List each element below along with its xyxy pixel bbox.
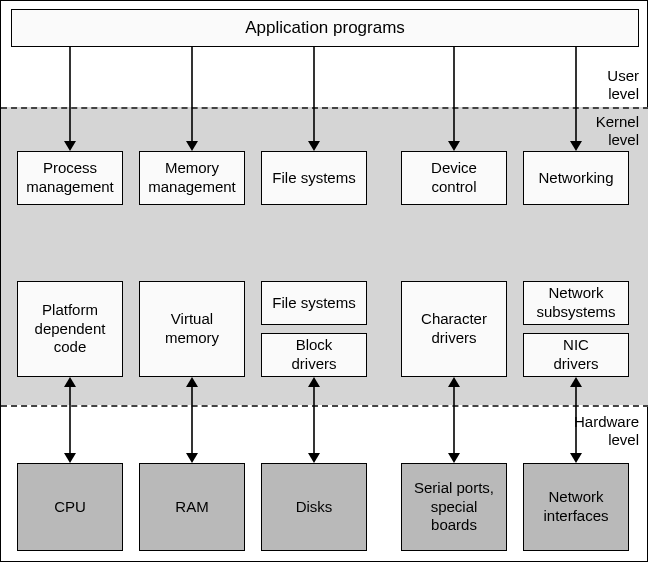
arrow-vmem-ram xyxy=(185,377,199,463)
box-serial-ports: Serial ports,specialboards xyxy=(401,463,507,551)
label-user-level: Userlevel xyxy=(607,67,639,103)
svg-marker-9 xyxy=(570,141,582,151)
arrow-char-serial xyxy=(447,377,461,463)
svg-marker-18 xyxy=(308,453,320,463)
box-process-management: Processmanagement xyxy=(17,151,123,205)
arrow-platform-cpu xyxy=(63,377,77,463)
arrow-app-to-process xyxy=(63,47,77,151)
box-network-interfaces: Networkinterfaces xyxy=(523,463,629,551)
arrow-app-to-fs xyxy=(307,47,321,151)
box-device-control: Devicecontrol xyxy=(401,151,507,205)
box-disks: Disks xyxy=(261,463,367,551)
arrow-block-disks xyxy=(307,377,321,463)
arrow-app-to-net xyxy=(569,47,583,151)
box-application-programs: Application programs xyxy=(11,9,639,47)
svg-marker-5 xyxy=(308,141,320,151)
box-network-subsystems: Networksubsystems xyxy=(523,281,629,325)
box-platform-code: Platformdependentcode xyxy=(17,281,123,377)
arrow-app-to-device xyxy=(447,47,461,151)
diagram-stage: Userlevel Kernellevel Hardwarelevel Appl… xyxy=(0,0,648,562)
box-memory-management: Memorymanagement xyxy=(139,151,245,205)
arrow-nic-netif xyxy=(569,377,583,463)
box-nic-drivers: NICdrivers xyxy=(523,333,629,377)
box-file-systems: File systems xyxy=(261,151,367,205)
svg-marker-3 xyxy=(186,141,198,151)
svg-marker-21 xyxy=(448,453,460,463)
box-block-drivers: Blockdrivers xyxy=(261,333,367,377)
svg-marker-24 xyxy=(570,453,582,463)
label-kernel-level: Kernellevel xyxy=(596,113,639,149)
svg-marker-12 xyxy=(64,453,76,463)
svg-marker-7 xyxy=(448,141,460,151)
svg-marker-15 xyxy=(186,453,198,463)
box-networking: Networking xyxy=(523,151,629,205)
divider-user-kernel xyxy=(1,107,648,109)
divider-kernel-hardware xyxy=(1,405,648,407)
box-file-systems-lower: File systems xyxy=(261,281,367,325)
arrow-app-to-memory xyxy=(185,47,199,151)
box-character-drivers: Characterdrivers xyxy=(401,281,507,377)
svg-marker-1 xyxy=(64,141,76,151)
box-ram: RAM xyxy=(139,463,245,551)
label-hardware-level: Hardwarelevel xyxy=(574,413,639,449)
box-cpu: CPU xyxy=(17,463,123,551)
box-virtual-memory: Virtualmemory xyxy=(139,281,245,377)
